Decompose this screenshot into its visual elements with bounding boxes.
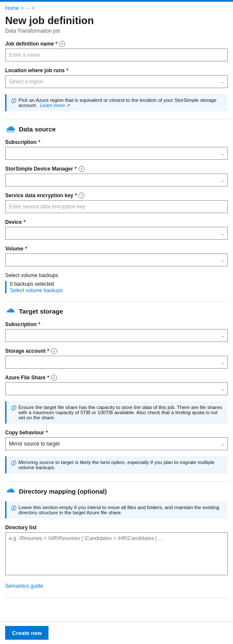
target-storage-divider xyxy=(5,301,228,302)
storage-account-group: Storage account * i ⌄ xyxy=(5,348,228,369)
storage-account-select-wrapper: ⌄ xyxy=(5,356,228,369)
data-source-divider xyxy=(5,119,228,119)
breadcrumb-home[interactable]: Home xyxy=(5,5,19,11)
volume-select[interactable] xyxy=(5,253,228,266)
directory-mapping-header: Directory mapping (optional) xyxy=(5,488,228,495)
copy-behaviour-select[interactable]: Mirror source to target xyxy=(5,437,228,450)
breadcrumb: Home > ··· > xyxy=(0,2,233,13)
ds-subscription-group: Subscription * ⌄ xyxy=(5,139,228,160)
volume-label: Volume * xyxy=(5,246,228,252)
ts-subscription-select[interactable] xyxy=(5,329,228,342)
directory-mapping-info-box: ⓘ Leave this section empty if you intend… xyxy=(5,501,228,519)
select-volume-backups-link[interactable]: Select volume backups xyxy=(10,287,63,293)
backup-selected-container: 0 backups selected Select volume backups xyxy=(5,281,228,293)
azure-file-share-group: Azure File Share * i ⌄ xyxy=(5,375,228,395)
directory-list-label: Directory list xyxy=(5,525,228,531)
external-link-icon: ↗ xyxy=(67,103,70,108)
form-container: Job definition name * i Location where j… xyxy=(0,37,233,638)
storsimple-info-icon[interactable]: i xyxy=(79,166,85,172)
ts-subscription-label: Subscription * xyxy=(5,321,228,327)
job-definition-name-label: Job definition name * i xyxy=(5,41,228,47)
page-header: New job definition Data Transformation j… xyxy=(0,13,233,37)
directory-mapping-title: Directory mapping (optional) xyxy=(19,488,107,495)
job-definition-name-input[interactable] xyxy=(5,49,228,61)
azure-file-share-label: Azure File Share * i xyxy=(5,375,228,381)
data-source-title: Data source xyxy=(19,125,56,133)
page-title: New job definition xyxy=(5,15,228,27)
storage-account-select[interactable] xyxy=(5,356,228,369)
azure-file-share-select-wrapper: ⌄ xyxy=(5,382,228,395)
encryption-key-group: Service data encryption key * i xyxy=(5,192,228,213)
encryption-key-label: Service data encryption key * i xyxy=(5,192,228,198)
target-storage-title: Target storage xyxy=(19,308,63,315)
data-source-icon xyxy=(5,125,15,133)
learn-more-link[interactable]: Learn more xyxy=(40,103,65,108)
ds-subscription-select[interactable] xyxy=(5,147,228,160)
job-definition-name-group: Job definition name * i xyxy=(5,41,228,61)
target-storage-header: Target storage xyxy=(5,308,228,315)
volume-backups-section: Select volume backups 0 backups selected… xyxy=(5,272,228,293)
azure-file-share-info-icon[interactable]: i xyxy=(51,375,57,381)
directory-mapping-info-icon: ⓘ xyxy=(11,505,16,515)
ts-subscription-select-wrapper: ⌄ xyxy=(5,329,228,342)
directory-mapping-info-text: Leave this section empty if you intend t… xyxy=(18,505,224,515)
location-select[interactable]: Select a region xyxy=(5,75,228,88)
copy-behaviour-info-icon: ⓘ xyxy=(11,460,16,470)
location-info-icon: ⓘ xyxy=(11,98,16,108)
job-name-info-icon[interactable]: i xyxy=(59,41,65,47)
data-source-header: Data source xyxy=(5,125,228,133)
file-share-info-box: ⓘ Ensure the target file share has the c… xyxy=(5,401,228,424)
storsimple-select[interactable] xyxy=(5,174,228,186)
copy-behaviour-info-text: Mirroring source to target is likely the… xyxy=(18,460,224,470)
ts-subscription-group: Subscription * ⌄ xyxy=(5,321,228,342)
ds-subscription-select-wrapper: ⌄ xyxy=(5,147,228,160)
storsimple-label: StorSimple Device Manager * i xyxy=(5,166,228,172)
copy-behaviour-info-box: ⓘ Mirroring source to target is likely t… xyxy=(5,456,228,473)
device-group: Device * ⌄ xyxy=(5,219,228,240)
create-new-button[interactable]: Create new xyxy=(5,626,48,640)
copy-behaviour-select-wrapper: Mirror source to target ⌄ xyxy=(5,437,228,450)
ds-subscription-label: Subscription * xyxy=(5,139,228,145)
breadcrumb-middle[interactable]: ··· xyxy=(25,5,30,11)
backup-count: 0 backups selected xyxy=(10,281,228,287)
bottom-divider xyxy=(5,598,228,598)
encryption-key-info-icon[interactable]: i xyxy=(79,192,85,198)
file-share-info-icon: ⓘ xyxy=(11,405,16,420)
azure-file-share-select[interactable] xyxy=(5,382,228,395)
directory-list-textarea[interactable] xyxy=(5,532,228,575)
volume-backups-label: Select volume backups xyxy=(5,272,228,278)
bottom-bar: Create new xyxy=(0,621,233,644)
volume-group: Volume * ⌄ xyxy=(5,246,228,266)
location-label: Location where job runs * xyxy=(5,67,228,73)
storage-account-label: Storage account * i xyxy=(5,348,228,354)
copy-behaviour-group: Copy behaviour * Mirror source to target… xyxy=(5,430,228,450)
breadcrumb-sep1: > xyxy=(21,5,24,11)
page-subtitle: Data Transformation job xyxy=(5,28,228,34)
encryption-key-input[interactable] xyxy=(5,200,228,213)
directory-list-group: Directory list xyxy=(5,525,228,577)
device-select[interactable] xyxy=(5,227,228,240)
location-group: Location where job runs * Select a regio… xyxy=(5,67,228,88)
file-share-info-text: Ensure the target file share has the cap… xyxy=(18,405,224,420)
volume-select-wrapper: ⌄ xyxy=(5,253,228,266)
storsimple-group: StorSimple Device Manager * i ⌄ xyxy=(5,166,228,186)
directory-mapping-divider xyxy=(5,481,228,482)
storage-account-info-icon[interactable]: i xyxy=(51,348,57,354)
location-select-wrapper: Select a region ⌄ xyxy=(5,75,228,88)
semantics-guide-link[interactable]: Semantics guide xyxy=(5,583,43,589)
location-info-box: ⓘ Pick an Azure region that is equivalen… xyxy=(5,94,228,111)
storsimple-select-wrapper: ⌄ xyxy=(5,174,228,186)
device-select-wrapper: ⌄ xyxy=(5,227,228,240)
location-info-text: Pick an Azure region that is equivalent … xyxy=(18,98,224,108)
semantics-guide-container: Semantics guide xyxy=(5,583,228,589)
copy-behaviour-label: Copy behaviour * xyxy=(5,430,228,436)
target-storage-icon xyxy=(5,308,15,315)
device-label: Device * xyxy=(5,219,228,225)
breadcrumb-sep2: > xyxy=(31,5,34,11)
directory-mapping-icon xyxy=(5,488,15,495)
